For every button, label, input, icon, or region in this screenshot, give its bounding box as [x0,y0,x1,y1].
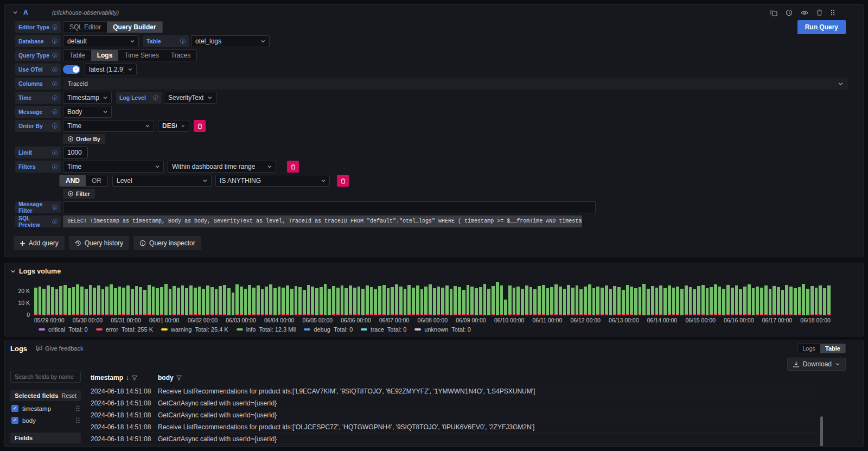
volume-bar [823,288,826,315]
logs-volume-chart[interactable]: 0 10 K 20 K [34,282,831,315]
info-icon[interactable]: i [52,150,58,155]
legend-item-warning[interactable]: warningTotal: 25.4 K [161,326,228,333]
remove-filter2-button[interactable] [337,175,349,187]
legend-total: Total: 0 [451,326,470,333]
info-icon[interactable]: i [52,81,58,86]
info-icon[interactable]: i [52,164,58,169]
query-history-button[interactable]: Query history [69,236,129,250]
download-button[interactable]: Download [787,358,846,371]
run-query-button[interactable]: Run Query [797,20,846,34]
order-direction-select[interactable]: DESC [158,120,189,132]
option-sql-editor[interactable]: SQL Editor [63,22,107,33]
database-select[interactable]: default [63,35,139,47]
option-traces[interactable]: Traces [165,50,196,61]
timestamp-column-header[interactable]: timestamp ↓ [87,374,155,382]
sort-desc-icon[interactable]: ↓ [126,374,129,382]
volume-bar [328,289,331,315]
info-icon[interactable]: i [52,39,58,44]
volume-bar [110,284,113,315]
table-row[interactable]: 2024-06-18 14:51:08Receive ListRecommend… [87,385,818,397]
query-type-switch[interactable]: TableLogsTime SeriesTraces [63,49,197,61]
volume-bar [126,285,130,315]
add-order-by-button[interactable]: Order By [63,134,105,144]
volume-bar [252,288,256,315]
info-icon[interactable]: i [153,95,158,100]
panel-title[interactable]: Logs volume [19,268,61,275]
legend-total: Total: 12.3 Mil [259,326,296,333]
legend-item-debug[interactable]: debugTotal: 0 [304,326,353,333]
info-icon[interactable]: i [52,53,58,58]
option-table[interactable]: Table [820,344,845,353]
volume-bar [726,285,730,315]
log-level-column-select[interactable]: SeverityText [164,92,216,104]
remove-order-by-button[interactable] [194,120,206,132]
filter2-field-select[interactable]: Level [112,175,212,187]
option-query-builder[interactable]: Query Builder [107,22,162,33]
option-time-series[interactable]: Time Series [118,50,165,61]
option-logs[interactable]: Logs [797,344,820,353]
collapse-panel-icon[interactable] [10,269,16,274]
trash-icon[interactable] [816,9,822,16]
table-scrollbar[interactable] [820,416,823,447]
time-column-select[interactable]: Timestamp [63,92,112,104]
query-row-letter[interactable]: A [23,9,28,16]
table-row[interactable]: 2024-06-18 14:51:08GetCartAsync called w… [87,409,818,421]
panel-title[interactable]: Logs [10,345,27,353]
message-filter-input[interactable] [63,201,596,213]
drag-handle[interactable] [76,405,80,411]
info-icon[interactable]: i [52,67,58,72]
drag-handle[interactable] [831,9,835,16]
reset-button[interactable]: Reset [62,392,76,399]
order-by-column-select[interactable]: Time [63,120,154,132]
checkbox-checked[interactable]: ✓ [11,417,18,424]
option-or[interactable]: OR [86,175,107,186]
checkbox-checked[interactable]: ✓ [11,405,18,412]
remove-filter-button[interactable] [287,161,299,173]
limit-input[interactable]: 1000 [63,147,88,158]
add-filter-button[interactable]: Filter [63,189,95,199]
add-query-button[interactable]: Add query [14,236,65,250]
columns-multiselect[interactable]: TraceId [63,78,848,90]
duplicate-icon[interactable] [770,9,777,16]
info-icon[interactable]: i [52,24,58,30]
legend-item-critical[interactable]: criticalTotal: 0 [39,326,88,333]
table-row[interactable]: 2024-06-18 14:51:08GetCartAsync called w… [87,433,818,444]
x-tick: 06/07 00:00 [379,317,409,323]
option-logs[interactable]: Logs [91,50,119,61]
collapse-row-icon[interactable] [12,10,18,15]
info-icon[interactable]: i [52,95,58,100]
info-icon[interactable]: i [180,39,186,44]
filter-operator-select[interactable]: Within dashboard time range [168,161,276,173]
legend-item-info[interactable]: infoTotal: 12.3 Mil [237,326,296,333]
filter-bool-switch[interactable]: ANDOR [59,175,108,187]
info-icon[interactable]: i [52,123,58,129]
info-icon[interactable]: i [52,205,58,210]
table-row[interactable]: 2024-06-18 14:51:08GetCartAsync called w… [87,444,818,447]
info-icon[interactable]: i [52,219,58,224]
legend-item-trace[interactable]: traceTotal: 0 [361,326,406,333]
info-icon[interactable]: i [52,109,58,115]
otel-version-select[interactable]: latest (1.2.9) [85,63,137,75]
use-otel-toggle[interactable]: ✓ [63,65,80,74]
give-feedback-link[interactable]: Give feedback [36,345,83,352]
table-row[interactable]: 2024-06-18 14:51:08GetCartAsync called w… [87,397,818,409]
query-inspector-button[interactable]: Query inspector [133,236,201,250]
history-icon[interactable] [786,9,793,16]
logs-table-toggle[interactable]: LogsTable [797,344,846,353]
search-fields-input[interactable] [10,371,81,383]
filter-field-select[interactable]: Time [63,161,164,173]
legend-item-unknown[interactable]: unknownTotal: 0 [414,326,471,333]
drag-handle[interactable] [76,417,80,423]
editor-type-switch[interactable]: SQL EditorQuery Builder [63,21,163,33]
option-table[interactable]: Table [63,50,91,61]
table-select[interactable]: otel_logs [191,35,270,47]
volume-bar [462,290,465,315]
volume-bar [361,289,365,316]
eye-icon[interactable] [801,10,808,16]
message-column-select[interactable]: Body [63,106,112,118]
option-and[interactable]: AND [60,175,86,186]
legend-item-error[interactable]: errorTotal: 255 K [96,326,153,333]
table-row[interactable]: 2024-06-18 14:51:08Receive ListRecommend… [87,421,818,433]
filter2-operator-select[interactable]: IS ANYTHING [215,175,330,187]
body-column-header[interactable]: body [155,374,818,382]
